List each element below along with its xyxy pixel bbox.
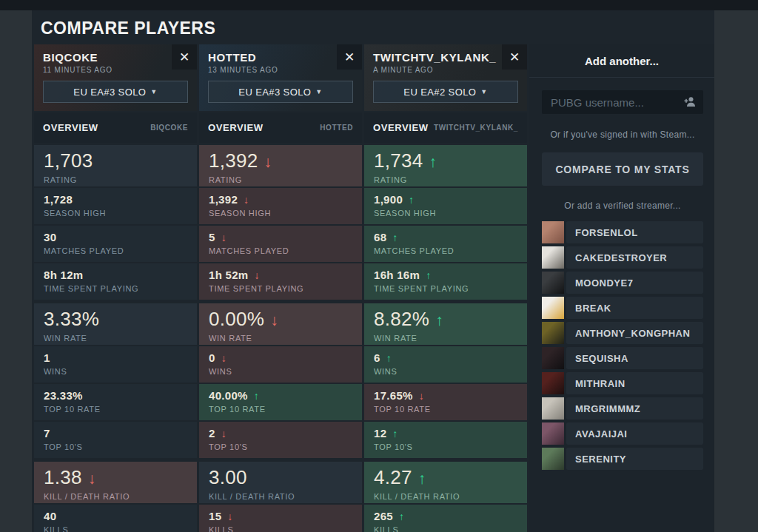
stat-value: 16h 16m bbox=[374, 269, 420, 281]
streamer-item[interactable]: AVAJAIJAI bbox=[542, 422, 703, 445]
streamer-item[interactable]: MRGRIMMMZ bbox=[542, 397, 703, 420]
overview-player-name: TWITCHTV_KYLANK_ bbox=[434, 124, 518, 132]
streamer-name-button[interactable]: MOONDYE7 bbox=[566, 272, 703, 294]
streamer-avatar bbox=[542, 448, 564, 470]
trend-arrow-icon: ↓ bbox=[270, 312, 278, 329]
add-user-icon[interactable] bbox=[684, 96, 697, 110]
stat-value: 1,900 bbox=[374, 193, 403, 206]
streamer-item[interactable]: SEQUISHA bbox=[542, 347, 703, 369]
streamer-name-button[interactable]: SERENITY bbox=[566, 448, 703, 470]
stat-value: 3.00 bbox=[209, 466, 247, 489]
remove-player-button[interactable]: ✕ bbox=[172, 44, 197, 70]
remove-player-button[interactable]: ✕ bbox=[502, 44, 527, 70]
player-name: HOTTED bbox=[208, 51, 353, 64]
streamer-item[interactable]: FORSENLOL bbox=[542, 221, 703, 243]
streamer-name-button[interactable]: AVAJAIJAI bbox=[566, 422, 703, 445]
stat-cell: 7 TOP 10'S bbox=[34, 422, 197, 458]
stat-label: SEASON HIGH bbox=[44, 209, 190, 218]
stat-label: TOP 10'S bbox=[44, 442, 190, 451]
stat-value-row: 0.00% ↓ bbox=[209, 308, 355, 331]
sidebar-header: Add another... bbox=[529, 44, 714, 78]
trend-arrow-icon: ↓ bbox=[255, 269, 260, 281]
page-title: COMPARE PLAYERS bbox=[32, 10, 714, 44]
stat-value-row: 40.00% ↑ bbox=[209, 389, 355, 402]
streamer-avatar bbox=[542, 422, 564, 445]
stat-cell: 1,900 ↑ SEASON HIGH bbox=[364, 188, 527, 224]
streamer-avatar bbox=[542, 347, 564, 369]
chevron-down-icon: ▼ bbox=[480, 88, 487, 95]
overview-label: OVERVIEW bbox=[43, 122, 98, 133]
streamer-hint: Or add a verified streamer... bbox=[542, 201, 703, 211]
trend-arrow-icon: ↑ bbox=[426, 269, 431, 281]
stat-label: TOP 10'S bbox=[209, 442, 355, 451]
sidebar-title: Add another... bbox=[585, 55, 659, 67]
stat-label: RATING bbox=[209, 175, 355, 184]
stat-value: 4.27 bbox=[374, 466, 412, 489]
stat-cell: 15 ↓ KILLS bbox=[199, 505, 362, 532]
streamer-item[interactable]: SERENITY bbox=[542, 448, 703, 470]
player-last-seen: A MINUTE AGO bbox=[373, 66, 518, 74]
overview-player-name: BIQCOKE bbox=[150, 124, 188, 132]
region-mode-select[interactable]: EU EA#2 SOLO ▼ bbox=[373, 81, 518, 103]
stat-value-row: 1,392 ↓ bbox=[209, 149, 355, 172]
stat-label: KILLS bbox=[374, 525, 520, 532]
stat-value: 3.33% bbox=[44, 308, 99, 331]
region-mode-label: EU EA#3 SOLO bbox=[238, 87, 311, 98]
streamer-item[interactable]: MOONDYE7 bbox=[542, 272, 703, 294]
remove-player-button[interactable]: ✕ bbox=[337, 44, 362, 70]
stat-cell: 1 WINS bbox=[34, 346, 197, 383]
chevron-down-icon: ▼ bbox=[150, 88, 157, 95]
stat-label: TIME SPENT PLAYING bbox=[209, 284, 355, 293]
stat-label: KILL / DEATH RATIO bbox=[374, 492, 520, 501]
stat-value: 1,392 bbox=[209, 193, 238, 206]
stat-value: 1,392 bbox=[209, 149, 258, 172]
pubg-username-input[interactable] bbox=[542, 90, 703, 114]
stat-value-row: 12 ↑ bbox=[374, 427, 520, 440]
streamer-item[interactable]: BREAK bbox=[542, 297, 703, 319]
stat-cell: 68 ↑ MATCHES PLAYED bbox=[364, 226, 527, 262]
streamer-name-button[interactable]: MRGRIMMMZ bbox=[566, 397, 703, 420]
player-column: TWITCHTV_KYLANK_ A MINUTE AGO ✕ EU EA#2 … bbox=[364, 44, 527, 532]
player-name: BIQCOKE bbox=[43, 51, 188, 64]
stat-value-row: 3.33% bbox=[44, 308, 190, 331]
stat-label: WIN RATE bbox=[374, 334, 520, 343]
stats-list: 1,734 ↑ RATING 1,900 ↑ SEASON HIGH 68 ↑ … bbox=[364, 145, 527, 532]
stat-cell: 1,703 RATING bbox=[34, 145, 197, 186]
overview-label: OVERVIEW bbox=[208, 122, 264, 133]
streamer-list: FORSENLOL CAKEDESTROYER MOONDYE7 BREAK A… bbox=[542, 221, 703, 470]
steam-hint: Or if you've signed in with Steam... bbox=[542, 129, 703, 140]
trend-arrow-icon: ↓ bbox=[221, 232, 227, 243]
stat-value: 8h 12m bbox=[44, 269, 84, 281]
stat-value: 8.82% bbox=[374, 308, 429, 331]
compare-to-my-stats-button[interactable]: COMPARE TO MY STATS bbox=[542, 152, 703, 186]
streamer-name-button[interactable]: BREAK bbox=[566, 297, 703, 319]
stat-value-row: 68 ↑ bbox=[374, 231, 520, 243]
stat-value-row: 265 ↑ bbox=[374, 510, 520, 522]
player-name: TWITCHTV_KYLANK_ bbox=[373, 51, 518, 64]
streamer-name-button[interactable]: SEQUISHA bbox=[566, 347, 703, 369]
streamer-name-button[interactable]: ANTHONY_KONGPHAN bbox=[566, 322, 703, 344]
stat-label: WIN RATE bbox=[209, 334, 355, 343]
stat-label: MATCHES PLAYED bbox=[209, 246, 355, 255]
stat-label: WINS bbox=[209, 367, 355, 376]
overview-bar: OVERVIEW BIQCOKE bbox=[34, 112, 197, 143]
stat-label: KILL / DEATH RATIO bbox=[44, 492, 190, 501]
stat-value: 6 bbox=[374, 351, 380, 364]
stat-cell: 23.33% TOP 10 RATE bbox=[34, 384, 197, 420]
streamer-item[interactable]: MITHRAIN bbox=[542, 372, 703, 394]
streamer-name-button[interactable]: CAKEDESTROYER bbox=[566, 246, 703, 269]
streamer-item[interactable]: CAKEDESTROYER bbox=[542, 246, 703, 269]
chevron-down-icon: ▼ bbox=[315, 88, 322, 95]
streamer-item[interactable]: ANTHONY_KONGPHAN bbox=[542, 322, 703, 344]
overview-player-name: HOTTED bbox=[320, 124, 353, 132]
trend-arrow-icon: ↓ bbox=[419, 390, 424, 402]
streamer-name-button[interactable]: MITHRAIN bbox=[566, 372, 703, 394]
stat-value-row: 30 bbox=[44, 231, 190, 243]
trend-arrow-icon: ↓ bbox=[264, 153, 272, 171]
stat-cell: 17.65% ↓ TOP 10 RATE bbox=[364, 384, 527, 420]
player-column: HOTTED 13 MINUTES AGO ✕ EU EA#3 SOLO ▼ O… bbox=[199, 44, 362, 532]
region-mode-select[interactable]: EU EA#3 SOLO ▼ bbox=[43, 81, 188, 103]
stat-value-row: 2 ↓ bbox=[209, 427, 355, 440]
region-mode-select[interactable]: EU EA#3 SOLO ▼ bbox=[208, 81, 353, 103]
streamer-name-button[interactable]: FORSENLOL bbox=[566, 221, 703, 243]
